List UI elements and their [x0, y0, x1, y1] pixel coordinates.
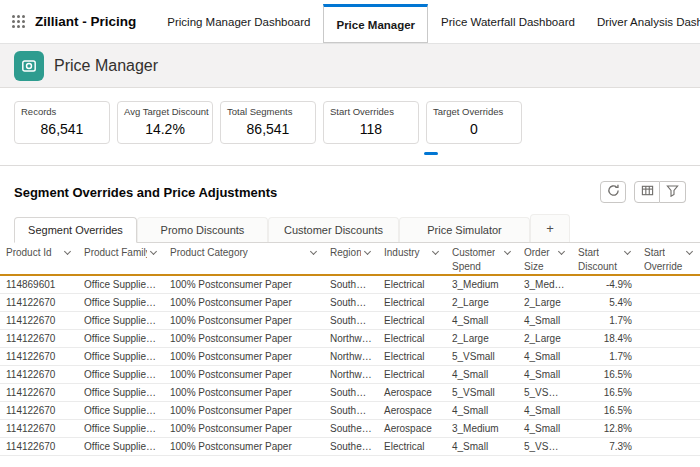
cell-customer-spend: 5_VSmall — [446, 384, 518, 402]
add-tab-button[interactable]: + — [530, 214, 570, 242]
table-view-button[interactable] — [634, 181, 660, 203]
cell-region: Southwest — [324, 294, 378, 312]
cell-region: Southwest — [324, 402, 378, 420]
col-header-product-id[interactable]: Product Id — [0, 243, 78, 275]
col-header-customer-spend[interactable]: CustomerSpend — [446, 243, 518, 275]
cell-order-size: 4_Small — [518, 312, 572, 330]
col-header-product-category[interactable]: Product Category — [164, 243, 324, 275]
nav-tabs: Pricing Manager Dashboard Price Manager … — [156, 0, 700, 43]
col-label-line2: Override — [644, 261, 694, 272]
col-label: Product Category — [170, 247, 248, 258]
cell-industry: Aerospace — [378, 402, 446, 420]
col-header-product-family[interactable]: Product Family — [78, 243, 164, 275]
kpi-value: 0 — [433, 121, 515, 137]
table-body: 114869601Office Supplies & ...100% Postc… — [0, 275, 700, 456]
cell-customer-spend: 2_Large — [446, 294, 518, 312]
segment-overrides-section: Segment Overrides and Price Adjustments — [0, 165, 700, 456]
kpi-card-records: Records 86,541 — [14, 101, 110, 144]
cell-product-id: 114122670 — [0, 384, 78, 402]
kpi-label: Avg Target Discount — [124, 106, 206, 117]
table-row[interactable]: 114122670Office Supplies & ...100% Postc… — [0, 312, 700, 330]
cell-product-category: 100% Postconsumer Paper — [164, 438, 324, 456]
cell-start-override — [638, 312, 700, 330]
nav-item-price-manager[interactable]: Price Manager — [323, 4, 428, 43]
section-head: Segment Overrides and Price Adjustments — [0, 166, 700, 214]
tab-price-simulator[interactable]: Price Simulator — [399, 217, 530, 242]
kpi-cards: Records 86,541 Avg Target Discount 14.2%… — [0, 88, 700, 149]
col-label: Start — [644, 247, 665, 258]
col-header-order-size[interactable]: OrderSize — [518, 243, 572, 275]
table-row[interactable]: 114122670Office Supplies & ...100% Postc… — [0, 294, 700, 312]
col-header-region[interactable]: Region — [324, 243, 378, 275]
table-row[interactable]: 114122670Office Supplies & ...100% Postc… — [0, 438, 700, 456]
cell-product-family: Office Supplies & ... — [78, 366, 164, 384]
sort-chevron-icon[interactable] — [150, 248, 157, 255]
nav-item-driver-analysis-dashboard[interactable]: Driver Analysis Dashboard — [586, 0, 700, 43]
cell-start-discount: 16.5% — [572, 402, 638, 420]
sort-chevron-icon[interactable] — [624, 248, 631, 255]
sort-chevron-icon[interactable] — [558, 248, 565, 255]
cell-customer-spend: 4_Small — [446, 402, 518, 420]
filter-button[interactable] — [660, 181, 686, 203]
refresh-icon — [607, 184, 620, 200]
cell-product-category: 100% Postconsumer Paper — [164, 294, 324, 312]
sort-chevron-icon[interactable] — [686, 248, 693, 255]
nav-item-price-waterfall-dashboard[interactable]: Price Waterfall Dashboard — [430, 0, 586, 43]
sort-chevron-icon[interactable] — [364, 248, 371, 255]
tab-promo-discounts[interactable]: Promo Discounts — [137, 217, 268, 242]
col-label: Industry — [384, 247, 420, 258]
col-label: Product Family — [84, 247, 147, 258]
cell-order-size: 2_Large — [518, 294, 572, 312]
cell-customer-spend: 3_Medium — [446, 420, 518, 438]
kpi-label: Target Overrides — [433, 106, 515, 117]
cell-order-size: 5_VSmall — [518, 384, 572, 402]
cell-industry: Aerospace — [378, 384, 446, 402]
cell-product-category: 100% Postconsumer Paper — [164, 348, 324, 366]
sort-chevron-icon[interactable] — [504, 248, 511, 255]
carousel-indicator[interactable] — [424, 152, 438, 155]
cell-order-size: 3_Medium — [518, 275, 572, 294]
col-header-start-override[interactable]: StartOverride — [638, 243, 700, 275]
cell-product-id: 114869601 — [0, 275, 78, 294]
kpi-label: Total Segments — [227, 106, 309, 117]
table-row[interactable]: 114122670Office Supplies & ...100% Postc… — [0, 420, 700, 438]
cell-customer-spend: 4_Small — [446, 312, 518, 330]
cell-industry: Electrical — [378, 312, 446, 330]
cell-start-discount: 1.7% — [572, 312, 638, 330]
table-row[interactable]: 114122670Office Supplies & ...100% Postc… — [0, 348, 700, 366]
app-launcher-icon[interactable] — [12, 15, 25, 28]
col-header-start-discount[interactable]: StartDiscount — [572, 243, 638, 275]
col-label: Customer — [452, 247, 495, 258]
cell-region: Northwest — [324, 366, 378, 384]
cell-order-size: 5_VSmall — [518, 438, 572, 456]
table-row[interactable]: 114122670Office Supplies & ...100% Postc… — [0, 366, 700, 384]
sort-chevron-icon[interactable] — [64, 248, 71, 255]
table-row[interactable]: 114869601Office Supplies & ...100% Postc… — [0, 275, 700, 294]
view-filter-button-group — [634, 181, 686, 203]
col-header-industry[interactable]: Industry — [378, 243, 446, 275]
cell-customer-spend: 3_Medium — [446, 275, 518, 294]
cell-product-category: 100% Postconsumer Paper — [164, 275, 324, 294]
table-row[interactable]: 114122670Office Supplies & ...100% Postc… — [0, 402, 700, 420]
cell-product-id: 114122670 — [0, 312, 78, 330]
cell-product-family: Office Supplies & ... — [78, 348, 164, 366]
cell-start-override — [638, 384, 700, 402]
sort-chevron-icon[interactable] — [310, 248, 317, 255]
col-label: Order — [524, 247, 550, 258]
col-label-line2: Spend — [452, 261, 512, 272]
col-label-line2: Size — [524, 261, 566, 272]
table-row[interactable]: 114122670Office Supplies & ...100% Postc… — [0, 330, 700, 348]
cell-product-id: 114122670 — [0, 294, 78, 312]
cell-industry: Electrical — [378, 330, 446, 348]
sort-chevron-icon[interactable] — [432, 248, 439, 255]
cell-product-id: 114122670 — [0, 420, 78, 438]
nav-item-pricing-manager-dashboard[interactable]: Pricing Manager Dashboard — [156, 0, 321, 43]
cell-order-size: 4_Small — [518, 420, 572, 438]
cell-industry: Electrical — [378, 294, 446, 312]
table-row[interactable]: 114122670Office Supplies & ...100% Postc… — [0, 384, 700, 402]
tab-customer-discounts[interactable]: Customer Discounts — [268, 217, 399, 242]
cell-product-category: 100% Postconsumer Paper — [164, 420, 324, 438]
refresh-button[interactable] — [600, 181, 626, 203]
tab-segment-overrides[interactable]: Segment Overrides — [14, 217, 137, 243]
cell-industry: Electrical — [378, 275, 446, 294]
